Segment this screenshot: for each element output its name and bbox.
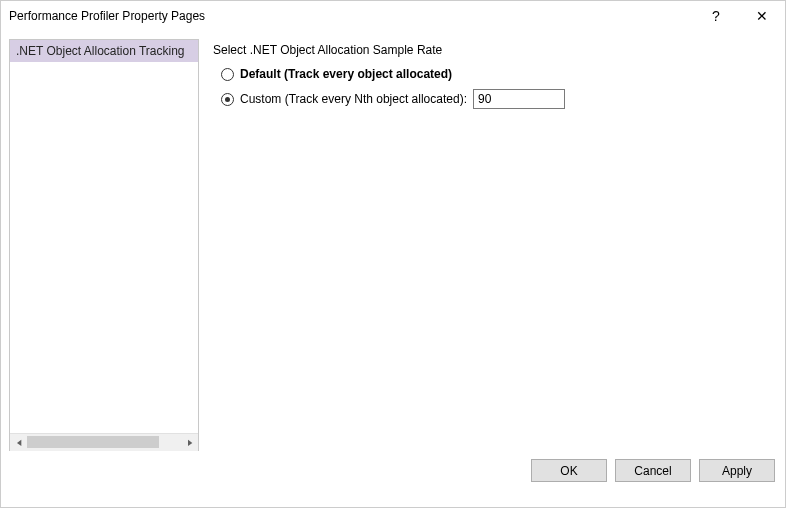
close-icon: ✕ <box>756 8 768 24</box>
category-list[interactable]: .NET Object Allocation Tracking <box>10 40 198 433</box>
apply-button[interactable]: Apply <box>699 459 775 482</box>
chevron-left-icon: ◀ <box>16 438 20 447</box>
radio-default[interactable] <box>221 68 234 81</box>
dialog-body: .NET Object Allocation Tracking ◀ ▶ Sele… <box>1 31 785 459</box>
help-icon: ? <box>712 8 720 24</box>
content-panel: Select .NET Object Allocation Sample Rat… <box>207 39 777 451</box>
scroll-track[interactable] <box>27 434 181 451</box>
ok-button[interactable]: OK <box>531 459 607 482</box>
scroll-thumb[interactable] <box>27 436 159 448</box>
option-default-label: Default (Track every object allocated) <box>240 67 452 81</box>
scroll-left-button[interactable]: ◀ <box>10 434 27 451</box>
option-default-row[interactable]: Default (Track every object allocated) <box>221 67 771 81</box>
option-custom-row[interactable]: Custom (Track every Nth object allocated… <box>221 89 771 109</box>
radio-custom[interactable] <box>221 93 234 106</box>
horizontal-scrollbar[interactable]: ◀ ▶ <box>10 433 198 450</box>
help-button[interactable]: ? <box>693 1 739 31</box>
title-bar: Performance Profiler Property Pages ? ✕ <box>1 1 785 31</box>
sidebar-item-label: .NET Object Allocation Tracking <box>16 44 185 58</box>
section-heading: Select .NET Object Allocation Sample Rat… <box>213 43 771 57</box>
dialog-footer: OK Cancel Apply <box>1 459 785 501</box>
cancel-button[interactable]: Cancel <box>615 459 691 482</box>
close-button[interactable]: ✕ <box>739 1 785 31</box>
option-custom-label: Custom (Track every Nth object allocated… <box>240 92 467 106</box>
sidebar-item-net-allocation-tracking[interactable]: .NET Object Allocation Tracking <box>10 40 198 62</box>
custom-rate-input[interactable] <box>473 89 565 109</box>
chevron-right-icon: ▶ <box>187 438 191 447</box>
window-title: Performance Profiler Property Pages <box>9 9 693 23</box>
radio-dot-icon <box>225 97 230 102</box>
category-sidebar: .NET Object Allocation Tracking ◀ ▶ <box>9 39 199 451</box>
scroll-right-button[interactable]: ▶ <box>181 434 198 451</box>
